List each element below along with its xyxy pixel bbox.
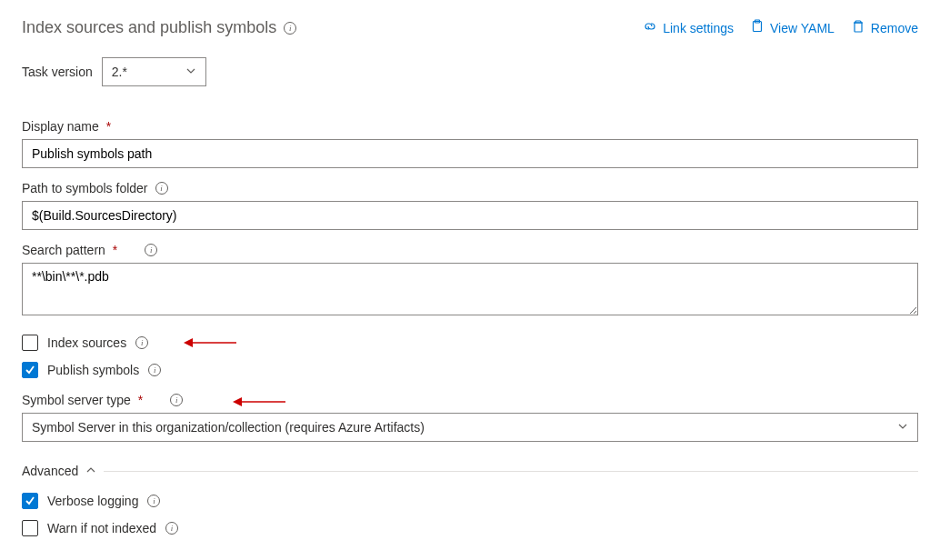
chevron-up-icon	[85, 464, 96, 478]
symbol-server-type-field: Symbol server type * i Symbol Server in …	[22, 393, 918, 442]
warn-if-not-indexed-label: Warn if not indexed	[47, 521, 156, 535]
info-icon[interactable]: i	[148, 364, 161, 376]
page-title-text: Index sources and publish symbols	[22, 18, 276, 37]
link-settings-label: Link settings	[663, 21, 734, 35]
display-name-input[interactable]	[22, 139, 918, 168]
svg-rect-2	[855, 23, 862, 32]
link-settings-button[interactable]: Link settings	[643, 19, 734, 36]
header-actions: Link settings View YAML Remove	[643, 19, 918, 36]
index-sources-checkbox[interactable]	[22, 335, 38, 351]
advanced-section-header[interactable]: Advanced	[22, 464, 918, 478]
verbose-logging-row: Verbose logging i	[22, 493, 918, 509]
display-name-field: Display name *	[22, 119, 918, 168]
info-icon[interactable]: i	[284, 22, 296, 35]
info-icon[interactable]: i	[165, 522, 178, 535]
required-marker: *	[138, 393, 143, 407]
publish-symbols-row: Publish symbols i	[22, 362, 918, 378]
display-name-label: Display name	[22, 119, 99, 134]
search-pattern-field: Search pattern * i	[22, 243, 918, 318]
symbol-server-type-select[interactable]: Symbol Server in this organization/colle…	[22, 413, 918, 442]
verbose-logging-label: Verbose logging	[47, 494, 138, 508]
trash-icon	[851, 19, 865, 36]
task-version-select[interactable]: 2.*	[102, 57, 206, 86]
publish-symbols-label: Publish symbols	[47, 363, 139, 377]
required-marker: *	[113, 243, 117, 257]
remove-button[interactable]: Remove	[851, 19, 918, 36]
symbols-folder-label: Path to symbols folder	[22, 181, 148, 195]
chevron-down-icon	[185, 65, 196, 79]
info-icon[interactable]: i	[170, 394, 183, 406]
task-version-value: 2.*	[112, 65, 127, 79]
search-pattern-input[interactable]	[22, 263, 918, 315]
task-version-label: Task version	[22, 65, 93, 79]
warn-if-not-indexed-row: Warn if not indexed i	[22, 520, 918, 536]
symbol-server-type-label: Symbol server type	[22, 393, 131, 407]
view-yaml-label: View YAML	[770, 21, 835, 35]
info-icon[interactable]: i	[155, 182, 168, 195]
warn-if-not-indexed-checkbox[interactable]	[22, 520, 38, 536]
symbols-folder-field: Path to symbols folder i	[22, 181, 918, 230]
task-version-row: Task version 2.*	[22, 57, 918, 86]
search-pattern-label: Search pattern	[22, 243, 105, 257]
index-sources-label: Index sources	[47, 335, 126, 350]
verbose-logging-checkbox[interactable]	[22, 493, 38, 509]
divider	[104, 471, 918, 472]
required-marker: *	[106, 119, 111, 134]
page-title: Index sources and publish symbols i	[22, 18, 296, 37]
chevron-down-icon	[897, 420, 908, 435]
info-icon[interactable]: i	[147, 495, 160, 507]
info-icon[interactable]: i	[135, 336, 148, 349]
remove-label: Remove	[871, 21, 918, 35]
advanced-label: Advanced	[22, 464, 78, 478]
clipboard-icon	[750, 19, 765, 36]
publish-symbols-checkbox[interactable]	[22, 362, 38, 378]
index-sources-row: Index sources i	[22, 335, 918, 351]
view-yaml-button[interactable]: View YAML	[750, 19, 835, 36]
link-icon	[643, 19, 657, 36]
symbols-folder-input[interactable]	[22, 201, 918, 230]
symbol-server-type-value: Symbol Server in this organization/colle…	[32, 420, 425, 435]
info-icon[interactable]: i	[145, 244, 157, 256]
